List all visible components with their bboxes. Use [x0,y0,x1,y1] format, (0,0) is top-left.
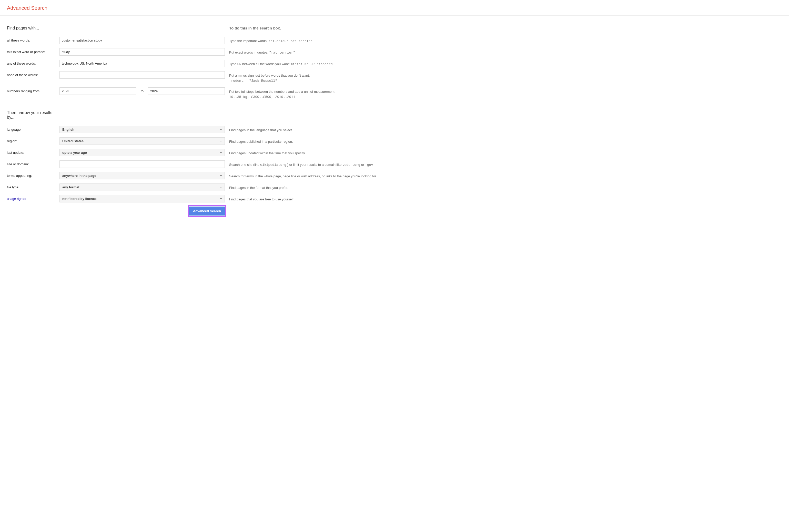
any-words-tip: Type OR between all the words you want: … [225,60,782,67]
file-type-tip: Find pages in the format that you prefer… [225,184,782,190]
find-pages-heading: Find pages with... [7,26,225,31]
any-words-label: any of these words: [7,60,59,65]
region-label: region: [7,137,59,143]
last-update-label: last update: [7,149,59,154]
chevron-down-icon [220,187,222,188]
last-update-select[interactable]: upto a year ago [59,149,225,156]
any-words-input[interactable] [59,60,225,67]
usage-rights-label[interactable]: usage rights: [7,195,59,201]
num-range-to-label: to [136,89,148,93]
terms-tip: Search for terms in the whole page, page… [225,172,782,179]
usage-rights-select[interactable]: not filtered by licence [59,195,225,203]
page-title: Advanced Search [7,5,782,11]
region-value: United States [62,139,220,143]
language-label: language: [7,126,59,131]
advanced-search-button[interactable]: Advanced Search [189,207,225,215]
exact-phrase-label: this exact word or phrase: [7,48,59,54]
page-header: Advanced Search [0,0,789,16]
all-words-tip: Type the important words: tri-colour rat… [225,37,782,44]
file-type-select[interactable]: any format [59,184,225,191]
narrow-heading: Then narrow your results by... [7,111,59,120]
chevron-down-icon [220,129,222,130]
last-update-value: upto a year ago [62,151,220,154]
region-select[interactable]: United States [59,137,225,145]
terms-value: anywhere in the page [62,174,220,177]
num-range-to-input[interactable] [148,88,225,95]
terms-label: terms appearing: [7,172,59,177]
exact-phrase-tip: Put exact words in quotes: "rat terrier" [225,48,782,55]
tips-heading: To do this in the search box. [229,26,782,30]
none-words-input[interactable] [59,71,225,79]
site-tip: Search one site (like wikipedia.org ) or… [225,160,782,168]
terms-select[interactable]: anywhere in the page [59,172,225,179]
file-type-value: any format [62,185,220,189]
num-range-from-input[interactable] [59,88,136,95]
region-tip: Find pages published in a particular reg… [225,137,782,144]
last-update-tip: Find pages updated within the time that … [225,149,782,156]
language-tip: Find pages in the language that you sele… [225,126,782,133]
none-words-label: none of these words: [7,71,59,77]
language-value: English [62,128,220,131]
chevron-down-icon [220,141,222,142]
num-range-label: numbers ranging from: [7,88,59,93]
exact-phrase-input[interactable] [59,48,225,56]
usage-rights-tip: Find pages that you are free to use your… [225,195,782,202]
language-select[interactable]: English [59,126,225,133]
all-words-label: all these words: [7,37,59,42]
site-input[interactable] [59,160,225,168]
file-type-label: file type: [7,184,59,189]
usage-rights-value: not filtered by licence [62,197,220,201]
none-words-tip: Put a minus sign just before words that … [225,71,782,83]
site-label: site or domain: [7,160,59,166]
chevron-down-icon [220,175,222,176]
all-words-input[interactable] [59,37,225,44]
chevron-down-icon [220,152,222,153]
num-range-tip: Put two full stops between the numbers a… [225,88,782,99]
chevron-down-icon [220,198,222,200]
